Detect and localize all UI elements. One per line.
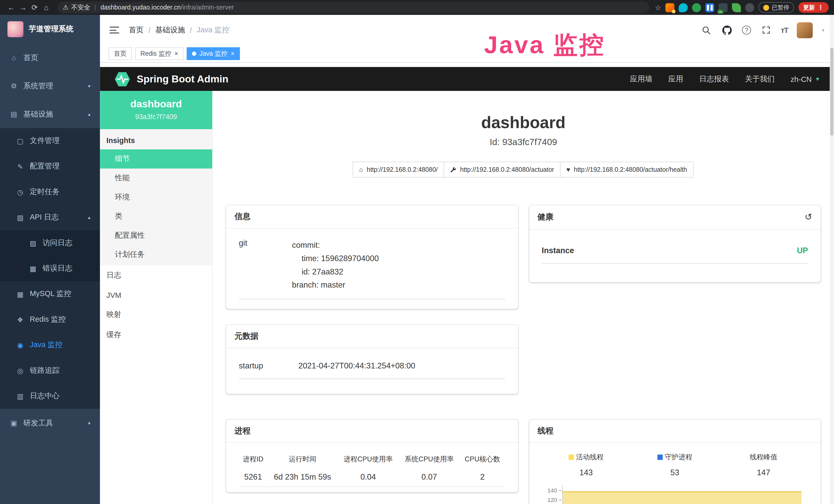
breadcrumb-home[interactable]: 首页 [129,25,144,35]
sba-item-metrics[interactable]: 性能 [100,168,212,188]
font-size-icon[interactable]: тT [781,26,788,34]
sba-item-details[interactable]: 细节 [100,150,212,169]
scrollbar-thumb[interactable] [830,48,833,136]
live-threads-area [563,491,802,504]
search-icon[interactable] [700,24,712,36]
sidebar-item-access-log[interactable]: ▨ 访问日志 [0,230,100,256]
sba-brand[interactable]: Spring Boot Admin [114,70,228,87]
tab-label: 首页 [114,49,127,58]
sba-instance-header[interactable]: dashboard 93a3fc7f7409 [100,91,212,129]
legend-daemon: 守护进程 53 [631,452,719,477]
avatar-caret-icon[interactable]: ▾ [822,27,824,33]
trace-icon: ◎ [16,367,24,374]
url-path[interactable]: /infra/admin-server [180,4,234,11]
bookmark-star-icon[interactable]: ☆ [655,3,661,11]
info-card-title: 信息 [226,205,518,229]
sidebar-item-java-monitor[interactable]: ◉ Java 监控 [0,332,100,358]
process-card-body: 进程ID 运行时间 进程CPU使用率 系统CPU使用率 CPU核心数 [226,443,518,492]
sidebar-item-api-log[interactable]: ▧ API 日志 ▴ [0,205,100,230]
col-system-cpu: 系统CPU使用率 [399,451,460,468]
browser-chrome: ← → ⟳ ⌂ ⚠ 不安全 | dashboard.yudao.iocoder.… [0,0,834,15]
puzzle-extension-icon[interactable] [745,3,754,12]
sba-item-config-props[interactable]: 配置属性 [100,226,212,245]
home-icon: ⌂ [359,166,363,173]
metadata-card: 元数据 startup 2021-04-27T00:44:31.254+08:0… [226,325,518,394]
sba-item-jvm[interactable]: JVM [100,285,212,305]
link-label: http://192.168.0.2:48080/actuator [460,166,554,173]
sidebar-item-infrastructure[interactable]: ▤ 基础设施 ▴ [0,100,100,128]
sidebar-item-mysql-monitor[interactable]: ▦ MySQL 监控 [0,281,100,306]
sidebar-item-home[interactable]: ⌂ 首页 [0,44,100,72]
sba-item-caches[interactable]: 缓存 [100,325,212,345]
leaf-extension-icon[interactable] [732,3,741,12]
sba-item-mappings[interactable]: 映射 [100,305,212,325]
sidebar-item-dev-tools[interactable]: ▣ 研发工具 ▾ [0,409,100,437]
link-actuator-url[interactable]: http://192.168.0.2:48080/actuator [444,162,561,178]
sidebar-item-label: 访问日志 [43,238,72,248]
user-avatar[interactable] [797,22,813,38]
sba-nav-journal[interactable]: 日志报表 [699,74,729,84]
legend-value: 147 [719,468,808,477]
scrollbar[interactable] [830,15,834,504]
tab-java-monitor[interactable]: Java 监控 × [187,47,240,60]
tab-home[interactable]: 首页 [108,47,132,60]
cards-grid: 信息 git commit: time: 1596289704000 id: 2… [213,205,834,504]
close-icon[interactable]: × [174,51,178,57]
sba-locale-select[interactable]: zh-CN ▼ [791,75,820,83]
val-uptime: 6d 23h 15m 59s [267,468,338,487]
sba-nav-about[interactable]: 关于我们 [745,74,775,84]
metadata-card-body: startup 2021-04-27T00:44:31.254+08:00 [226,348,518,386]
sidebar-item-file-manage[interactable]: ▢ 文件管理 [0,128,100,154]
tag-tabbar: 首页 Redis 监控 × Java 监控 × [100,45,834,63]
tab-redis-monitor[interactable]: Redis 监控 × [135,47,184,60]
url-host[interactable]: dashboard.yudao.iocoder.cn [101,4,180,11]
history-icon[interactable]: ↺ [805,211,812,223]
paused-badge[interactable]: 已暂停 [759,2,794,13]
sba-item-environment[interactable]: 环境 [100,188,212,207]
update-button[interactable]: 更新 ⋮ [798,2,829,13]
close-icon[interactable]: × [231,51,235,57]
breadcrumb-infrastructure[interactable]: 基础设施 [155,25,185,35]
refresh-icon[interactable]: ⟳ [29,2,41,13]
sba-item-classes[interactable]: 类 [100,207,212,226]
timer-icon: ◷ [16,188,24,196]
switch-extension-icon[interactable]: on [719,3,728,12]
link-health-url[interactable]: ♥ http://192.168.0.2:48080/actuator/heal… [560,162,694,178]
insights-group: Insights 细节 性能 环境 类 配置属性 计划任务 [100,129,212,265]
grid-extension-icon[interactable] [705,3,714,12]
legend-swatch-blue [657,455,663,460]
back-icon[interactable]: ← [5,2,17,13]
help-icon[interactable]: ? [742,25,751,35]
home-icon[interactable]: ⌂ [40,2,52,13]
health-card: 健康 ↺ Instance UP [529,205,821,282]
github-icon[interactable] [721,24,733,36]
sba-item-scheduled-tasks[interactable]: 计划任务 [100,245,212,265]
forward-icon[interactable]: → [17,2,29,13]
drop-extension-icon[interactable] [679,3,687,12]
sba-item-logs[interactable]: 日志 [100,265,212,285]
sidebar-item-error-log[interactable]: ▩ 错误日志 [0,256,100,281]
app-logo[interactable]: 芋道管理系统 [0,15,100,44]
link-base-url[interactable]: ⌂ http://192.168.0.2:48080/ [353,162,444,178]
fox-extension-icon[interactable] [665,3,675,12]
sba-nav-wallboard[interactable]: 应用墙 [630,74,652,84]
sidebar-item-log-center[interactable]: ▥ 日志中心 [0,383,100,409]
chevron-up-icon: ▴ [88,215,90,220]
kebab-menu-icon[interactable]: ⋮ [817,4,824,11]
green-circle-extension-icon[interactable] [692,3,701,12]
fullscreen-icon[interactable] [760,24,772,36]
sidebar-item-redis-monitor[interactable]: ❖ Redis 监控 [0,307,100,332]
main-column: 首页 / 基础设施 / Java 监控 ? [100,15,834,504]
sidebar-item-config-manage[interactable]: ✎ 配置管理 [0,154,100,179]
col-pid: 进程ID [239,451,267,468]
health-card-body: Instance UP [529,230,821,271]
api-log-icon: ▧ [16,213,24,221]
sba-nav-applications[interactable]: 应用 [668,74,683,84]
sidebar-item-system[interactable]: ⚙ 系统管理 ▾ [0,72,100,100]
hamburger-icon[interactable] [110,27,119,33]
annotation-text: Java 监控 [484,29,605,62]
sidebar-item-trace[interactable]: ◎ 链路追踪 [0,358,100,383]
sidebar-item-scheduled-jobs[interactable]: ◷ 定时任务 [0,179,100,205]
address-bar[interactable]: ⚠ 不安全 | dashboard.yudao.iocoder.cn /infr… [58,2,650,13]
security-label[interactable]: 不安全 [71,3,90,12]
